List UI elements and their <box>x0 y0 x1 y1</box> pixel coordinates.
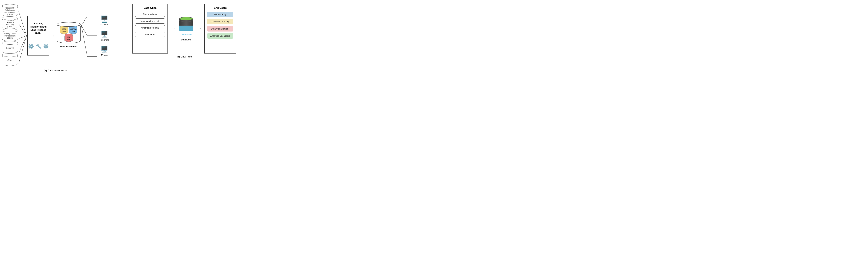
external-cylinder: External <box>2 42 18 54</box>
data-lake-visual: 〰〰〰 <box>178 17 194 37</box>
mining-item: 🖥️ Mining <box>100 46 108 56</box>
scm-cylinder: Supply ChainManagement(SCM) <box>2 30 18 41</box>
lake-to-endusers-arrow: → <box>196 26 203 32</box>
machine-learning-item: Machine Learning <box>207 19 234 24</box>
etl-to-dw-arrow: → <box>50 33 56 38</box>
lake-cylinder-top-rim <box>179 19 193 22</box>
data-types-box: Data types Structured data Semi-structur… <box>132 4 168 54</box>
reporting-label: Reporting <box>100 39 109 41</box>
svg-line-0 <box>19 11 27 36</box>
caption-b: (b) Data lake <box>177 55 192 58</box>
structured-data-item: Structured data <box>135 12 165 17</box>
semi-structured-data-item: Semi-structured data <box>135 19 165 24</box>
etl-tool-icon-2: 🔧 <box>36 44 42 49</box>
data-types-to-lake-arrow: → <box>169 26 177 32</box>
svg-line-5 <box>81 16 87 26</box>
data-warehouse-cylinder: Metadata Summarydata Rawdata <box>57 24 81 43</box>
analysis-icon: 🖥️ <box>100 15 108 23</box>
reporting-icon: 🖥️ <box>100 31 108 38</box>
outputs-section: 🖥️ Analysis 🖥️ Reporting 🖥️ Mining <box>100 15 109 56</box>
reporting-item: 🖥️ Reporting <box>100 31 109 41</box>
erp-cylinder: EnterpriseResourcePlanning(ERP) <box>2 18 18 29</box>
svg-line-7 <box>81 26 87 57</box>
caption-a: (a) Data warehouse <box>44 69 67 72</box>
other-cylinder: Other <box>2 55 18 66</box>
etl-icons: ⚙️ 🔧 ⚙️ <box>28 44 49 49</box>
raw-data-cylinder: Rawdata <box>64 35 73 42</box>
mining-icon: 🖥️ <box>100 46 108 53</box>
summary-data-cylinder: Summarydata <box>69 27 78 34</box>
analysis-label: Analysis <box>100 23 108 26</box>
svg-line-1 <box>19 24 27 36</box>
meta-data-cylinder: Metadata <box>60 27 68 34</box>
data-lake-container: 〰〰〰 Data Lake <box>178 17 194 41</box>
lake-cylinder-water <box>179 26 193 31</box>
sources-column: CustomerRelationshipManagement(CRM) Ente… <box>2 5 18 66</box>
binary-data-item: Binary data <box>135 32 165 37</box>
data-lake-label: Data Lake <box>181 38 191 41</box>
crm-cylinder: CustomerRelationshipManagement(CRM) <box>2 5 18 16</box>
etl-tool-icon-1: ⚙️ <box>28 44 34 49</box>
data-types-title: Data types <box>135 6 165 9</box>
unstructured-data-item: Unstructured data <box>135 25 165 30</box>
data-warehouse-label: Data warehouse <box>60 45 77 48</box>
end-users-title: End Users <box>207 6 234 9</box>
etl-gear-icon: ⚙️ <box>43 44 49 49</box>
section-a: CustomerRelationshipManagement(CRM) Ente… <box>2 4 109 72</box>
end-users-box: End Users Data filtering Machine Learnin… <box>205 4 236 54</box>
main-diagram: CustomerRelationshipManagement(CRM) Ente… <box>0 0 238 74</box>
section-b: Data types Structured data Semi-structur… <box>132 4 236 58</box>
analytics-dashboard-item: Analytics Dashboard <box>207 33 234 39</box>
svg-line-4 <box>19 36 27 63</box>
etl-title: Extract, Transform and Load Process (ETL… <box>30 22 46 34</box>
data-visualizations-item: Data Visualizations <box>207 26 234 32</box>
dw-output-lines-svg <box>81 4 97 67</box>
etl-box: Extract, Transform and Load Process (ETL… <box>27 16 49 56</box>
analysis-item: 🖥️ Analysis <box>100 15 108 26</box>
data-warehouse-container: Metadata Summarydata Rawdata Data wareho… <box>57 24 81 48</box>
mining-label: Mining <box>101 54 107 56</box>
source-lines-svg <box>19 4 27 67</box>
data-filtering-item: Data filtering <box>207 12 234 17</box>
